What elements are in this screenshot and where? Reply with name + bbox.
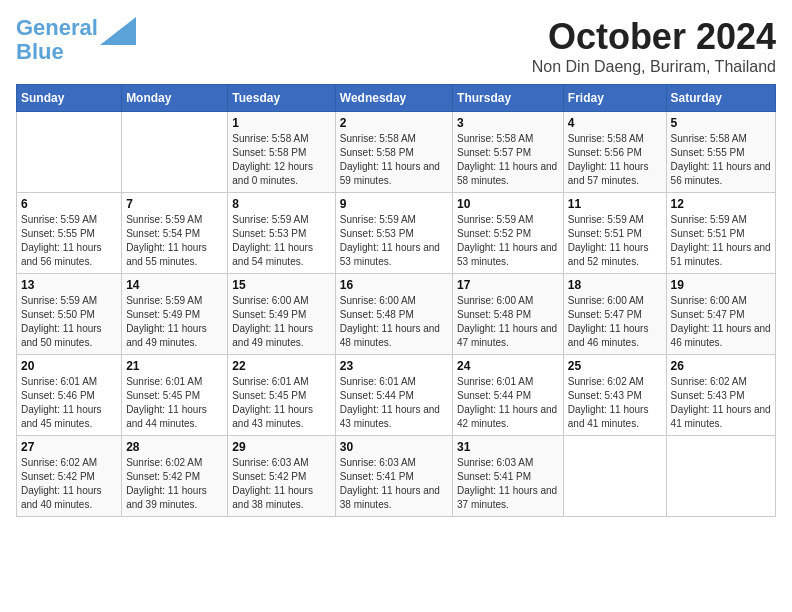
weekday-header: Friday (563, 85, 666, 112)
weekday-header: Sunday (17, 85, 122, 112)
calendar-cell: 24Sunrise: 6:01 AMSunset: 5:44 PMDayligh… (453, 355, 564, 436)
calendar-cell: 16Sunrise: 6:00 AMSunset: 5:48 PMDayligh… (335, 274, 452, 355)
calendar-cell: 23Sunrise: 6:01 AMSunset: 5:44 PMDayligh… (335, 355, 452, 436)
calendar-cell: 30Sunrise: 6:03 AMSunset: 5:41 PMDayligh… (335, 436, 452, 517)
logo-blue: Blue (16, 39, 64, 64)
day-number: 26 (671, 359, 771, 373)
day-number: 14 (126, 278, 223, 292)
month-title: October 2024 (532, 16, 776, 58)
day-info: Sunrise: 6:01 AMSunset: 5:45 PMDaylight:… (232, 375, 330, 431)
calendar-cell (666, 436, 775, 517)
calendar-cell: 2Sunrise: 5:58 AMSunset: 5:58 PMDaylight… (335, 112, 452, 193)
logo-general: General (16, 15, 98, 40)
svg-marker-0 (100, 17, 136, 45)
day-info: Sunrise: 5:59 AMSunset: 5:53 PMDaylight:… (340, 213, 448, 269)
title-block: October 2024 Non Din Daeng, Buriram, Tha… (532, 16, 776, 76)
day-number: 6 (21, 197, 117, 211)
day-info: Sunrise: 6:01 AMSunset: 5:46 PMDaylight:… (21, 375, 117, 431)
calendar-cell: 27Sunrise: 6:02 AMSunset: 5:42 PMDayligh… (17, 436, 122, 517)
calendar-cell: 14Sunrise: 5:59 AMSunset: 5:49 PMDayligh… (122, 274, 228, 355)
calendar-cell: 25Sunrise: 6:02 AMSunset: 5:43 PMDayligh… (563, 355, 666, 436)
calendar-cell: 19Sunrise: 6:00 AMSunset: 5:47 PMDayligh… (666, 274, 775, 355)
day-number: 27 (21, 440, 117, 454)
calendar-cell: 11Sunrise: 5:59 AMSunset: 5:51 PMDayligh… (563, 193, 666, 274)
day-info: Sunrise: 5:59 AMSunset: 5:51 PMDaylight:… (568, 213, 662, 269)
calendar-cell: 22Sunrise: 6:01 AMSunset: 5:45 PMDayligh… (228, 355, 335, 436)
day-number: 29 (232, 440, 330, 454)
logo: General Blue (16, 16, 136, 64)
calendar-week-row: 1Sunrise: 5:58 AMSunset: 5:58 PMDaylight… (17, 112, 776, 193)
logo-icon (100, 17, 136, 45)
day-number: 24 (457, 359, 559, 373)
day-number: 8 (232, 197, 330, 211)
calendar-cell: 26Sunrise: 6:02 AMSunset: 5:43 PMDayligh… (666, 355, 775, 436)
calendar-cell (122, 112, 228, 193)
calendar-cell: 31Sunrise: 6:03 AMSunset: 5:41 PMDayligh… (453, 436, 564, 517)
calendar-week-row: 27Sunrise: 6:02 AMSunset: 5:42 PMDayligh… (17, 436, 776, 517)
calendar-cell: 18Sunrise: 6:00 AMSunset: 5:47 PMDayligh… (563, 274, 666, 355)
day-number: 3 (457, 116, 559, 130)
day-info: Sunrise: 6:03 AMSunset: 5:41 PMDaylight:… (340, 456, 448, 512)
weekday-header: Wednesday (335, 85, 452, 112)
calendar-cell: 21Sunrise: 6:01 AMSunset: 5:45 PMDayligh… (122, 355, 228, 436)
day-number: 12 (671, 197, 771, 211)
day-info: Sunrise: 6:02 AMSunset: 5:42 PMDaylight:… (126, 456, 223, 512)
day-number: 28 (126, 440, 223, 454)
day-number: 19 (671, 278, 771, 292)
day-number: 25 (568, 359, 662, 373)
page-header: General Blue October 2024 Non Din Daeng,… (16, 16, 776, 76)
calendar-cell: 8Sunrise: 5:59 AMSunset: 5:53 PMDaylight… (228, 193, 335, 274)
calendar-week-row: 13Sunrise: 5:59 AMSunset: 5:50 PMDayligh… (17, 274, 776, 355)
day-info: Sunrise: 5:58 AMSunset: 5:58 PMDaylight:… (232, 132, 330, 188)
day-info: Sunrise: 6:01 AMSunset: 5:45 PMDaylight:… (126, 375, 223, 431)
day-number: 16 (340, 278, 448, 292)
day-number: 1 (232, 116, 330, 130)
calendar-table: SundayMondayTuesdayWednesdayThursdayFrid… (16, 84, 776, 517)
weekday-header: Tuesday (228, 85, 335, 112)
day-info: Sunrise: 6:03 AMSunset: 5:42 PMDaylight:… (232, 456, 330, 512)
calendar-cell: 28Sunrise: 6:02 AMSunset: 5:42 PMDayligh… (122, 436, 228, 517)
day-number: 11 (568, 197, 662, 211)
day-info: Sunrise: 6:01 AMSunset: 5:44 PMDaylight:… (457, 375, 559, 431)
day-info: Sunrise: 5:59 AMSunset: 5:55 PMDaylight:… (21, 213, 117, 269)
day-info: Sunrise: 6:01 AMSunset: 5:44 PMDaylight:… (340, 375, 448, 431)
calendar-week-row: 20Sunrise: 6:01 AMSunset: 5:46 PMDayligh… (17, 355, 776, 436)
calendar-cell: 10Sunrise: 5:59 AMSunset: 5:52 PMDayligh… (453, 193, 564, 274)
day-number: 17 (457, 278, 559, 292)
calendar-cell: 13Sunrise: 5:59 AMSunset: 5:50 PMDayligh… (17, 274, 122, 355)
day-info: Sunrise: 6:00 AMSunset: 5:48 PMDaylight:… (340, 294, 448, 350)
day-info: Sunrise: 6:00 AMSunset: 5:48 PMDaylight:… (457, 294, 559, 350)
day-info: Sunrise: 6:00 AMSunset: 5:47 PMDaylight:… (671, 294, 771, 350)
day-info: Sunrise: 5:59 AMSunset: 5:52 PMDaylight:… (457, 213, 559, 269)
calendar-cell (563, 436, 666, 517)
location: Non Din Daeng, Buriram, Thailand (532, 58, 776, 76)
calendar-cell: 1Sunrise: 5:58 AMSunset: 5:58 PMDaylight… (228, 112, 335, 193)
day-number: 5 (671, 116, 771, 130)
weekday-header: Monday (122, 85, 228, 112)
day-info: Sunrise: 5:59 AMSunset: 5:54 PMDaylight:… (126, 213, 223, 269)
calendar-cell: 17Sunrise: 6:00 AMSunset: 5:48 PMDayligh… (453, 274, 564, 355)
calendar-cell: 12Sunrise: 5:59 AMSunset: 5:51 PMDayligh… (666, 193, 775, 274)
day-number: 20 (21, 359, 117, 373)
day-info: Sunrise: 5:58 AMSunset: 5:56 PMDaylight:… (568, 132, 662, 188)
day-number: 13 (21, 278, 117, 292)
day-number: 7 (126, 197, 223, 211)
logo-text: General Blue (16, 16, 98, 64)
day-info: Sunrise: 5:59 AMSunset: 5:51 PMDaylight:… (671, 213, 771, 269)
day-info: Sunrise: 5:58 AMSunset: 5:58 PMDaylight:… (340, 132, 448, 188)
day-info: Sunrise: 5:58 AMSunset: 5:55 PMDaylight:… (671, 132, 771, 188)
day-number: 9 (340, 197, 448, 211)
day-number: 23 (340, 359, 448, 373)
day-number: 21 (126, 359, 223, 373)
day-info: Sunrise: 6:03 AMSunset: 5:41 PMDaylight:… (457, 456, 559, 512)
day-info: Sunrise: 5:59 AMSunset: 5:53 PMDaylight:… (232, 213, 330, 269)
calendar-cell: 9Sunrise: 5:59 AMSunset: 5:53 PMDaylight… (335, 193, 452, 274)
day-info: Sunrise: 6:02 AMSunset: 5:42 PMDaylight:… (21, 456, 117, 512)
calendar-cell: 5Sunrise: 5:58 AMSunset: 5:55 PMDaylight… (666, 112, 775, 193)
day-info: Sunrise: 6:00 AMSunset: 5:49 PMDaylight:… (232, 294, 330, 350)
day-info: Sunrise: 5:59 AMSunset: 5:49 PMDaylight:… (126, 294, 223, 350)
day-number: 30 (340, 440, 448, 454)
day-number: 22 (232, 359, 330, 373)
calendar-cell: 6Sunrise: 5:59 AMSunset: 5:55 PMDaylight… (17, 193, 122, 274)
calendar-cell: 7Sunrise: 5:59 AMSunset: 5:54 PMDaylight… (122, 193, 228, 274)
